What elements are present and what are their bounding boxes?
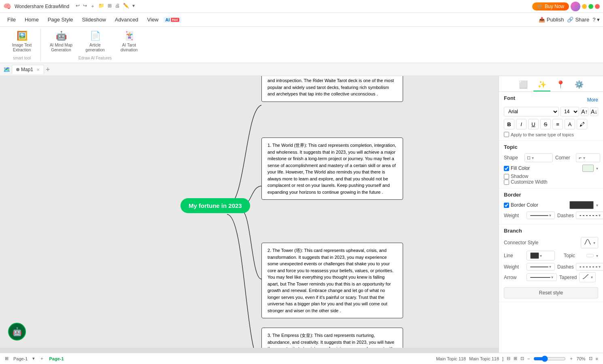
branch-weight-select[interactable]: ▾ [527,263,555,271]
page-view-icon[interactable]: ⊞ [5,356,8,361]
branch-dashes-label: Dashes [557,264,573,270]
tapered-curve-icon [582,274,589,281]
folder-icon[interactable]: 📁 [98,3,104,10]
close-button[interactable] [595,4,600,9]
dashes-select[interactable]: ▾ [576,212,603,219]
menu-home[interactable]: Home [21,15,43,24]
panel-tab-ai[interactable]: ✨ [533,78,550,91]
grid-icon[interactable]: ⊞ [108,3,112,10]
font-more-button[interactable]: More [587,97,598,103]
font-section: Font More Arial Times New Roman Helvetic… [499,92,603,141]
tab-map1[interactable]: Map1 ✕ [12,65,44,74]
strikethrough-button[interactable]: S [540,119,551,129]
highlight-button[interactable]: 🖍 [577,119,587,129]
font-color-button[interactable]: A [565,119,575,129]
corner-select[interactable]: ⌐ ▾ [576,153,600,162]
map-icon: 🗺️ [3,66,10,73]
dashes-dropdown: ▾ [599,213,601,218]
menu-page-style[interactable]: Page Style [44,15,77,24]
fullscreen-button[interactable]: ⊡ [589,356,592,361]
ai-float-button[interactable]: 🤖 [8,323,26,341]
ai-menu-item[interactable]: AI Hot [163,17,181,23]
branch-node-1[interactable]: 1. The World (世界): This card represents … [261,138,403,200]
minimize-button[interactable] [582,4,587,9]
font-grow-button[interactable]: A↑ [581,107,589,116]
font-size-select[interactable]: 14 12 16 18 [561,107,579,116]
columns-view-icon[interactable]: ⊟ [507,356,510,361]
fill-color-swatch[interactable] [582,165,594,172]
panel-tab-settings[interactable]: ⚙️ [571,78,588,91]
menu-file[interactable]: File [3,15,20,24]
panel-tab-location[interactable]: 📍 [552,78,569,91]
print-icon[interactable]: 🖨 [115,3,120,10]
panel-tab-style[interactable]: ⬜ [515,78,532,91]
tapered-label: Tapered [559,275,577,280]
canvas[interactable]: My fortune in 2023 and introspection. Th… [0,76,499,353]
grid-view-icon[interactable]: ⊞ [514,356,517,361]
image-text-extraction-button[interactable]: 🖼️ Image Text Extraction [6,29,37,54]
zoom-out-button[interactable]: − [527,356,530,361]
zoom-slider[interactable] [533,356,566,362]
branch-node-2[interactable]: 2. The Tower (塔): This card represents u… [261,243,403,318]
bold-button[interactable]: B [504,119,514,129]
border-color-check[interactable] [504,203,509,208]
new-icon[interactable]: ＋ [90,3,95,10]
title-bar-left: 🧠 Wondershare EdrawMind ↩ ↪ ＋ 📁 ⊞ 🖨 ✏️ ▾ [3,2,135,10]
buy-now-button[interactable]: 🛒 Buy Now [532,2,569,11]
arrow-tapered-row: Arrow ▾ Tapered ▾ [504,272,598,282]
underline-button[interactable]: U [528,119,539,129]
add-page-button[interactable]: ＋ [40,356,44,362]
more-icon[interactable]: ▾ [132,3,135,10]
connector-style-select[interactable]: ▾ [581,237,598,248]
tapered-select[interactable]: ▾ [579,272,596,282]
font-shrink-button[interactable]: A↓ [590,107,598,116]
arrow-label: Arrow [504,275,524,280]
line-color-select[interactable]: ▾ [527,251,555,260]
border-color-dropdown[interactable]: ▾ [596,203,598,207]
central-node[interactable]: My fortune in 2023 [180,198,250,213]
undo-icon[interactable]: ↩ [76,3,80,10]
align-button[interactable]: ≡ [552,119,563,129]
fill-color-check[interactable] [504,166,509,171]
ai-tarot-button[interactable]: 🃏 AI Tarot divination [114,29,144,54]
publish-button[interactable]: 📤 Publish [539,17,564,23]
border-color-label: Border Color [504,202,538,208]
menu-bar: File Home Page Style Slideshow Advanced … [0,13,603,27]
fill-color-dropdown[interactable]: ▾ [596,166,598,171]
share-button[interactable]: 🔗 Share [567,17,589,23]
help-button[interactable]: ? ▾ [592,17,600,23]
weight-select[interactable]: ▾ [527,212,555,219]
arrow-select[interactable]: ▾ [527,273,557,281]
user-avatar[interactable] [571,2,580,11]
maximize-button[interactable] [588,4,593,9]
mindmap-container: My fortune in 2023 and introspection. Th… [67,76,431,353]
ai-float-icon: 🤖 [12,327,22,336]
add-tab-button[interactable]: + [46,66,50,73]
border-color-swatch[interactable] [569,201,594,209]
fit-view-icon[interactable]: ⊡ [520,356,524,361]
branch-node-0[interactable]: and introspection. The Rider Waite Tarot… [261,76,403,102]
branch-topic-select[interactable] [586,254,594,257]
menu-slideshow[interactable]: Slideshow [78,15,110,24]
shadow-checkbox[interactable] [504,174,509,179]
customize-width-checkbox[interactable] [504,180,509,185]
article-generation-button[interactable]: 📄 Article generation [80,29,110,54]
reset-style-button[interactable] [504,287,598,298]
zoom-in-button[interactable]: ＋ [569,356,573,362]
ai-mind-map-button[interactable]: 🤖 AI Mind Map Generation [46,29,76,54]
page-dropdown-arrow[interactable]: ▾ [32,356,35,361]
menu-view[interactable]: View [143,15,163,24]
branch-dashes-select[interactable]: ▾ [576,263,603,271]
redo-icon[interactable]: ↪ [83,3,87,10]
shape-select[interactable]: □ ▾ [524,153,553,162]
font-family-select[interactable]: Arial Times New Roman Helvetica [504,107,559,116]
panel-toggle-button[interactable]: ≡ [596,356,598,361]
italic-button[interactable]: I [516,119,527,129]
menu-advanced[interactable]: Advanced [111,15,142,24]
canvas-scrollbar[interactable] [0,348,499,353]
branch-node-2-text: 2. The Tower (塔): This card represents u… [268,248,393,313]
apply-same-checkbox[interactable] [504,132,509,137]
main-topic-close: ] [502,356,503,361]
edit-icon[interactable]: ✏️ [123,3,129,10]
page-label[interactable]: Page-1 [13,356,28,361]
